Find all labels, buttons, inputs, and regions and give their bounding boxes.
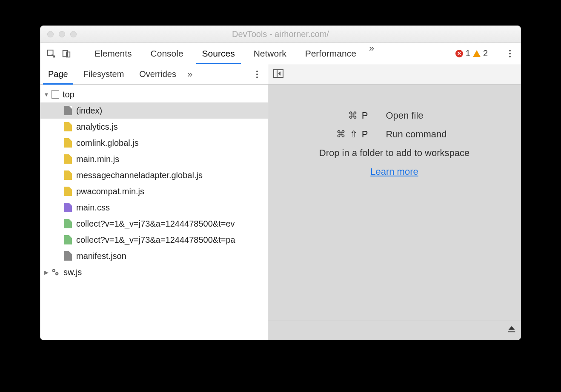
file-label: (index)	[76, 106, 102, 116]
tree-file[interactable]: manifest.json	[40, 248, 268, 264]
separator	[79, 48, 79, 60]
warning-count: 2	[483, 48, 488, 58]
traffic-close-icon[interactable]	[47, 31, 54, 37]
quick-open-hints: ⌘ P Open file ⌘ ⇧ P Run command Drop in …	[268, 110, 521, 177]
svg-rect-1	[63, 50, 68, 57]
svg-point-6	[53, 270, 54, 271]
file-label: comlink.global.js	[76, 138, 139, 148]
tree-file[interactable]: messagechanneladapter.global.js	[40, 167, 268, 183]
more-subtabs-icon[interactable]: »	[184, 69, 196, 80]
drop-folder-text: Drop in a folder to add to workspace	[319, 148, 469, 159]
tree-file[interactable]: main.min.js	[40, 151, 268, 167]
tree-file[interactable]: analytics.js	[40, 119, 268, 135]
file-icon	[64, 251, 72, 261]
hint-label: Open file	[386, 110, 488, 121]
svg-point-8	[56, 273, 57, 274]
tab-console[interactable]: Console	[141, 43, 193, 64]
expand-arrow-icon[interactable]: ▼	[43, 91, 50, 98]
tree-service-worker[interactable]: ▶ sw.js	[40, 264, 268, 280]
main-toolbar: Elements Console Sources Network Perform…	[40, 43, 521, 64]
traffic-minimize-icon[interactable]	[59, 31, 65, 37]
sources-content: ▼ top (index) analytics.js comlink.globa…	[40, 85, 521, 340]
hint-keys: ⌘ P	[301, 110, 386, 121]
titlebar: DevTools - airhorner.com/	[40, 26, 521, 43]
device-toolbar-icon[interactable]	[60, 47, 73, 60]
file-icon	[64, 138, 72, 148]
file-icon	[64, 106, 72, 115]
window-title: DevTools - airhorner.com/	[40, 29, 521, 39]
hint-keys: ⌘ ⇧ P	[301, 129, 386, 140]
navigator-tabs: Page Filesystem Overrides »	[40, 64, 268, 84]
file-label: collect?v=1&_v=j73&a=1244478500&t=ev	[76, 219, 235, 229]
learn-more-link[interactable]: Learn more	[370, 166, 418, 177]
tree-file[interactable]: collect?v=1&_v=j73&a=1244478500&t=pa	[40, 232, 268, 248]
file-label: messagechanneladapter.global.js	[76, 170, 203, 180]
tree-file[interactable]: pwacompat.min.js	[40, 183, 268, 199]
file-label: collect?v=1&_v=j73&a=1244478500&t=pa	[76, 235, 235, 245]
hint-run-command: ⌘ ⇧ P Run command	[301, 129, 488, 140]
subtab-overrides[interactable]: Overrides	[132, 64, 184, 84]
file-icon	[64, 122, 72, 131]
drawer-divider	[268, 321, 521, 321]
file-label: pwacompat.min.js	[76, 187, 144, 196]
tab-sources[interactable]: Sources	[193, 43, 244, 64]
tree-top-label: top	[63, 90, 74, 99]
tree-file[interactable]: collect?v=1&_v=j73&a=1244478500&t=ev	[40, 216, 268, 232]
sources-subtoolbar: Page Filesystem Overrides »	[40, 64, 521, 85]
file-label: manifest.json	[76, 251, 126, 261]
expand-arrow-icon[interactable]: ▶	[43, 269, 50, 276]
file-icon	[64, 219, 72, 228]
sw-label: sw.js	[63, 267, 82, 277]
file-label: main.min.js	[76, 154, 119, 164]
file-label: main.css	[76, 203, 110, 213]
gear-icon	[51, 267, 60, 277]
separator	[494, 48, 494, 60]
tab-performance[interactable]: Performance	[296, 43, 366, 64]
file-icon	[64, 203, 72, 212]
traffic-lights	[40, 31, 77, 37]
error-icon: ✕	[455, 50, 463, 57]
more-tabs-icon[interactable]: »	[366, 43, 378, 64]
file-icon	[64, 154, 72, 164]
navigator-menu-icon[interactable]	[251, 71, 263, 78]
status-counters[interactable]: ✕ 1 2	[455, 48, 488, 58]
traffic-zoom-icon[interactable]	[70, 31, 77, 37]
expand-drawer-icon[interactable]	[507, 324, 516, 335]
tab-elements[interactable]: Elements	[85, 43, 141, 64]
settings-menu-icon[interactable]	[504, 50, 516, 57]
tree-file[interactable]: (index)	[40, 102, 268, 119]
devtools-window: DevTools - airhorner.com/ Elements Conso…	[40, 26, 521, 340]
tab-network[interactable]: Network	[244, 43, 296, 64]
tree-top[interactable]: ▼ top	[40, 86, 268, 102]
editor-toolbar	[268, 64, 521, 84]
frame-icon	[52, 90, 59, 99]
subtab-filesystem[interactable]: Filesystem	[76, 64, 132, 84]
warning-icon	[473, 50, 481, 57]
file-icon	[64, 235, 72, 244]
error-count: 1	[466, 48, 470, 58]
file-tree: ▼ top (index) analytics.js comlink.globa…	[40, 85, 268, 340]
main-tabs: Elements Console Sources Network Perform…	[85, 43, 378, 64]
toggle-navigator-icon[interactable]	[273, 69, 283, 80]
editor-pane: ⌘ P Open file ⌘ ⇧ P Run command Drop in …	[268, 85, 521, 340]
inspect-element-icon[interactable]	[45, 47, 57, 60]
file-icon	[64, 170, 72, 180]
hint-open-file: ⌘ P Open file	[301, 110, 488, 121]
file-icon	[64, 187, 72, 196]
tree-file[interactable]: comlink.global.js	[40, 135, 268, 151]
hint-label: Run command	[386, 129, 488, 140]
subtab-page[interactable]: Page	[40, 64, 76, 84]
file-label: analytics.js	[76, 122, 118, 132]
tree-file[interactable]: main.css	[40, 199, 268, 216]
